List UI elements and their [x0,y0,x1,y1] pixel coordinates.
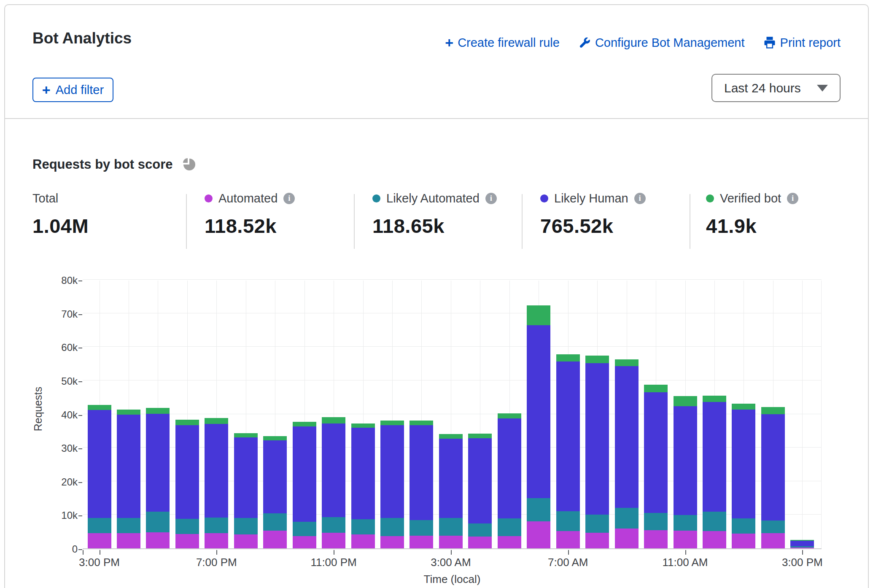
bar-700pm[interactable] [205,418,228,548]
bar-100pm[interactable] [732,404,755,548]
x-axis-tick-mark [216,550,217,555]
bar-segment-likely-automated [439,518,463,535]
bar-segment-likely-human [410,425,433,520]
bar-segment-likely-human [175,425,199,519]
bar-segment-automated [380,536,404,548]
bar-segment-likely-automated [615,508,639,529]
bar-1000am[interactable] [644,385,668,548]
bar-segment-automated [468,537,492,548]
bar-segment-automated [644,530,668,548]
bar-segment-automated [498,536,521,548]
stat-likely-human-value: 765.52k [540,214,646,237]
bar-segment-likely-automated [674,515,697,531]
bar-500am[interactable] [498,413,521,548]
x-axis-tick-mark [802,550,803,555]
bar-segment-automated [322,533,345,548]
bar-400pm[interactable] [117,410,140,548]
bar-segment-verified-bot [117,410,140,415]
bar-600pm[interactable] [175,420,199,548]
configure-bot-management-link[interactable]: Configure Bot Management [578,36,745,50]
bar-segment-likely-automated [468,523,492,537]
bar-segment-likely-automated [380,518,404,536]
bar-1000pm[interactable] [293,422,316,548]
bar-300pm[interactable] [790,540,814,548]
horizontal-gridline [83,380,822,380]
bar-segment-likely-human [205,424,228,518]
bar-segment-verified-bot [205,418,228,424]
bar-segment-likely-automated [351,519,375,535]
y-axis-tick-label: 30k [33,442,78,454]
stat-automated-label: Automated [218,192,278,205]
bar-segment-automated [175,534,199,548]
bar-1200am[interactable] [351,423,375,548]
info-icon[interactable]: i [485,193,497,204]
bar-400am[interactable] [468,434,492,548]
create-firewall-rule-link[interactable]: + Create firewall rule [445,35,560,50]
info-icon[interactable]: i [283,193,295,204]
bar-200pm[interactable] [761,407,785,548]
stat-likely-human-label: Likely Human [554,192,628,205]
bar-900am[interactable] [615,359,639,548]
plus-icon: + [42,83,51,97]
bar-segment-likely-human [703,402,726,512]
create-firewall-rule-label: Create firewall rule [458,36,560,50]
requests-by-bot-score-chart [83,281,822,549]
bar-800pm[interactable] [234,433,258,548]
bar-300pm[interactable] [88,405,111,548]
bar-segment-likely-automated [703,512,726,531]
bar-segment-verified-bot [615,359,639,367]
stat-total-value: 1.04M [32,214,89,237]
bar-1100am[interactable] [674,396,697,548]
y-axis-tick-mark [78,348,82,348]
y-axis-tick-mark [78,381,82,382]
section-title-row: Requests by bot score [32,156,196,173]
page-title: Bot Analytics [32,30,132,47]
bar-segment-likely-human [732,410,755,518]
x-axis-tick-mark [334,550,334,555]
verified-bot-dot-icon [706,194,714,202]
bar-1100pm[interactable] [322,417,345,548]
automated-dot-icon [205,194,213,202]
likely-human-dot-icon [540,194,548,202]
bar-300am[interactable] [439,434,463,548]
x-axis-tick-label: 11:00 PM [304,556,363,569]
bar-segment-verified-bot [439,434,463,438]
x-axis-tick-label: 3:00 PM [773,556,832,569]
bar-segment-likely-automated [732,518,755,534]
bar-segment-likely-human [234,437,258,518]
bar-800am[interactable] [585,356,609,548]
time-range-dropdown[interactable]: Last 24 hours [711,74,841,102]
bar-1200pm[interactable] [703,396,726,548]
bar-segment-automated [88,533,111,548]
add-filter-button[interactable]: + Add filter [32,78,113,102]
bar-segment-automated [293,536,316,548]
bar-100am[interactable] [380,421,404,548]
bar-segment-verified-bot [410,421,433,425]
bar-segment-likely-automated [146,512,170,532]
y-axis-tick-label: 10k [33,510,78,521]
bar-500pm[interactable] [146,408,170,548]
bar-segment-likely-human [498,418,521,518]
bar-200am[interactable] [410,421,433,548]
bar-segment-likely-automated [527,498,550,522]
info-icon[interactable]: i [787,193,798,204]
info-icon[interactable]: i [634,193,646,204]
bar-segment-likely-human [293,426,316,522]
stat-divider [690,194,690,249]
bar-segment-likely-automated [498,518,521,536]
bar-segment-likely-human [351,428,375,519]
bar-segment-likely-human [117,415,140,518]
print-report-label: Print report [780,36,841,50]
header-divider [5,118,868,119]
bar-segment-verified-bot [380,421,404,425]
y-axis-tick-label: 20k [33,476,78,488]
bar-segment-automated [146,532,170,548]
bar-900pm[interactable] [263,436,287,548]
bar-700am[interactable] [556,354,580,548]
print-report-link[interactable]: Print report [763,36,841,50]
bar-600am[interactable] [527,305,550,548]
plus-icon: + [445,35,453,50]
x-axis-tick-mark [100,550,100,555]
x-axis-tick-label: 7:00 AM [539,556,598,569]
y-axis-tick-label: 40k [33,409,78,421]
